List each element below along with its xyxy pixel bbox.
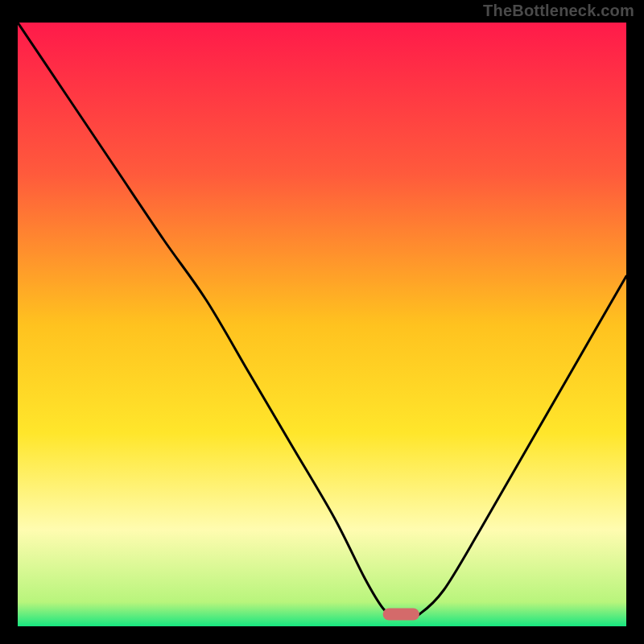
optimal-marker bbox=[383, 609, 419, 621]
chart-frame: TheBottleneck.com bbox=[0, 0, 644, 644]
chart-svg bbox=[18, 23, 626, 626]
gradient-background bbox=[18, 23, 626, 626]
chart-plot bbox=[18, 23, 626, 626]
watermark-label: TheBottleneck.com bbox=[483, 2, 634, 20]
